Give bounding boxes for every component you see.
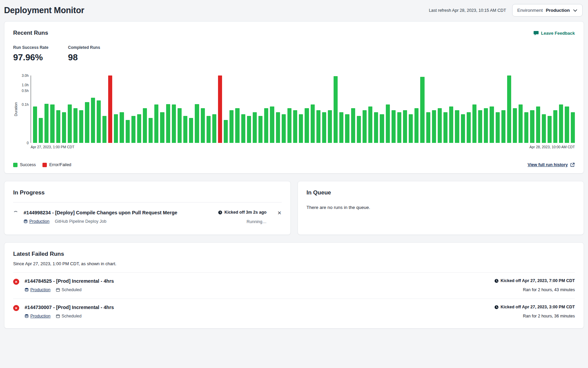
chart-bar[interactable] <box>501 110 505 143</box>
chart-bar[interactable] <box>426 112 430 143</box>
chart-bar[interactable] <box>276 112 280 143</box>
chart-bar[interactable] <box>97 100 101 143</box>
chart-bar[interactable] <box>50 104 54 143</box>
chart-bar[interactable] <box>542 114 546 143</box>
chart-bar[interactable] <box>553 110 557 143</box>
chart-bar[interactable] <box>241 114 245 143</box>
chart-bar[interactable] <box>530 110 534 143</box>
chart-bar[interactable] <box>224 120 228 143</box>
chart-bar[interactable] <box>68 104 72 143</box>
chart-bar[interactable] <box>524 112 528 143</box>
chart-bar[interactable] <box>519 104 523 143</box>
chart-bar[interactable] <box>154 104 158 143</box>
chart-bar[interactable] <box>345 114 349 143</box>
chart-bar[interactable] <box>414 108 419 143</box>
chart-bar[interactable] <box>328 110 332 143</box>
chart-bar[interactable] <box>73 108 78 143</box>
chart-bar[interactable] <box>85 102 89 143</box>
chart-bar[interactable] <box>478 110 482 143</box>
environment-dropdown[interactable]: Environment Production <box>512 4 583 17</box>
chart-bar[interactable] <box>507 75 511 143</box>
chart-bar[interactable] <box>311 104 315 143</box>
chart-bar[interactable] <box>420 77 424 143</box>
chart-bar[interactable] <box>357 116 361 143</box>
chart-bar[interactable] <box>368 106 372 143</box>
chart-bar[interactable] <box>305 108 309 143</box>
chart-bar[interactable] <box>536 106 540 143</box>
chart-bar[interactable] <box>282 114 286 143</box>
chart-bar[interactable] <box>565 106 569 143</box>
chart-bar[interactable] <box>253 112 257 143</box>
chart-bar[interactable] <box>299 114 303 143</box>
chart-bar[interactable] <box>126 120 130 143</box>
chart-bar[interactable] <box>490 106 494 143</box>
chart-bar[interactable] <box>235 108 239 143</box>
chart-bar[interactable] <box>229 110 234 143</box>
chart-bar[interactable] <box>571 112 575 143</box>
failed-run-environment-link[interactable]: Production <box>25 314 51 318</box>
chart-bar[interactable] <box>484 108 488 143</box>
chart-bar[interactable] <box>322 112 326 143</box>
chart-bar[interactable] <box>39 118 43 143</box>
chart-bar[interactable] <box>91 98 95 143</box>
chart-bar[interactable] <box>183 116 187 143</box>
chart-bar[interactable] <box>559 104 563 143</box>
chart-bar[interactable] <box>247 116 251 143</box>
chart-bar[interactable] <box>33 106 37 143</box>
chart-bar[interactable] <box>195 104 199 143</box>
chart-bar[interactable] <box>56 110 60 143</box>
chart-bar[interactable] <box>548 116 552 143</box>
chart-bar[interactable] <box>380 114 384 143</box>
chart-bar[interactable] <box>351 108 355 143</box>
chart-bar[interactable] <box>461 114 465 143</box>
chart-bar[interactable] <box>149 118 153 143</box>
chart-bar[interactable] <box>392 110 396 143</box>
chart-bar[interactable] <box>218 75 222 143</box>
chart-bar[interactable] <box>258 116 262 143</box>
chart-bar[interactable] <box>79 110 83 143</box>
chart-bar[interactable] <box>189 118 193 143</box>
chart-bar[interactable] <box>409 114 413 143</box>
chart-bar[interactable] <box>316 110 320 143</box>
chart-bar[interactable] <box>62 112 66 143</box>
chart-bar[interactable] <box>44 104 49 143</box>
chart-bar[interactable] <box>339 112 343 143</box>
chart-bar[interactable] <box>172 104 176 143</box>
chart-bar[interactable] <box>438 108 442 143</box>
chart-bar[interactable] <box>334 76 338 143</box>
in-progress-environment-link[interactable]: Production <box>24 219 50 224</box>
chart-bar[interactable] <box>403 110 407 143</box>
chart-bar[interactable] <box>207 116 211 143</box>
chart-bar[interactable] <box>108 75 112 143</box>
chart-bar[interactable] <box>143 108 147 143</box>
chart-bar[interactable] <box>287 108 291 143</box>
chart-bar[interactable] <box>467 112 471 143</box>
chart-bar[interactable] <box>472 104 476 143</box>
chart-bar[interactable] <box>264 108 268 143</box>
chart-bar[interactable] <box>443 112 447 143</box>
chart-bar[interactable] <box>432 110 436 143</box>
close-icon[interactable]: ✕ <box>277 210 282 215</box>
chart-bar[interactable] <box>449 106 453 143</box>
chart-bar[interactable] <box>137 114 141 143</box>
chart-bar[interactable] <box>178 108 182 143</box>
chart-bar[interactable] <box>131 116 135 143</box>
chart-bar[interactable] <box>397 112 401 143</box>
chart-bar[interactable] <box>160 112 164 143</box>
chart-bar[interactable] <box>386 104 390 143</box>
chart-bar[interactable] <box>166 104 170 143</box>
chart-bar[interactable] <box>102 116 106 143</box>
chart-bar[interactable] <box>114 114 118 143</box>
view-full-run-history-link[interactable]: View full run history <box>528 162 575 167</box>
chart-bar[interactable] <box>293 110 297 143</box>
chart-bar[interactable] <box>455 110 459 143</box>
leave-feedback-link[interactable]: Leave Feedback <box>533 30 575 36</box>
chart-bar[interactable] <box>374 112 378 143</box>
chart-bar[interactable] <box>212 114 216 143</box>
chart-bar[interactable] <box>496 112 500 143</box>
failed-run-environment-link[interactable]: Production <box>25 287 51 292</box>
chart-bar[interactable] <box>513 108 517 143</box>
chart-bar[interactable] <box>120 112 124 143</box>
chart-bar[interactable] <box>201 108 205 143</box>
chart-bar[interactable] <box>363 110 367 143</box>
